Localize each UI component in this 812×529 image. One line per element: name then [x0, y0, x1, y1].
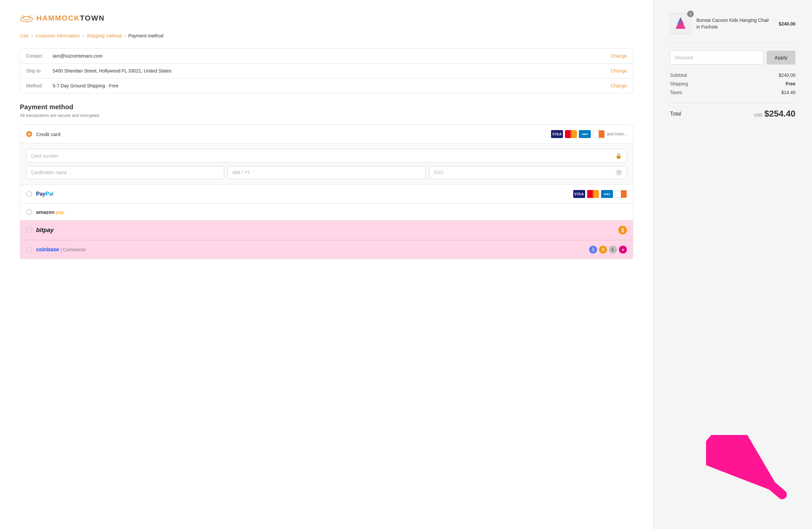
discount-input[interactable]	[670, 50, 763, 64]
svg-point-0	[20, 17, 32, 22]
eth-icon: Ξ	[589, 246, 597, 253]
method-label: Method	[26, 83, 53, 88]
bitpay-btc-icon: ₿	[618, 226, 627, 234]
radio-amazon[interactable]	[26, 209, 32, 215]
shipping-value: Free	[785, 81, 795, 86]
radio-coinbase[interactable]	[26, 247, 32, 253]
payment-option-bitpay[interactable]: bitpay ₿	[20, 220, 633, 240]
cvv-help-icon[interactable]: ?	[616, 170, 622, 175]
btc-icon: ₿	[599, 246, 607, 253]
coinbase-crypto-icons: Ξ ₿ Ł ●	[589, 246, 627, 253]
right-panel: 1 Bonsai Cacoon Kids Hanging Chair in Fu…	[653, 0, 812, 529]
shipto-value: 5400 Sheridan Street, Hollywood FL 33021…	[53, 68, 611, 73]
payment-option-creditcard[interactable]: Credit card VISA AMEX and more...	[20, 125, 633, 144]
total-amount: $254.40	[764, 108, 795, 119]
mastercard-logo	[565, 130, 577, 138]
dot-icon: ●	[619, 246, 627, 253]
payment-option-amazon[interactable]: amazon pay	[20, 204, 633, 220]
taxes-row: Taxes $14.40	[670, 90, 795, 95]
amex-logo: AMEX	[579, 130, 591, 138]
svg-marker-6	[681, 17, 684, 24]
cardholder-row	[26, 166, 224, 179]
paypal-visa: VISA	[573, 190, 585, 198]
paypal-label: PayPal	[36, 191, 569, 197]
payment-options: Credit card VISA AMEX and more... 🔒	[20, 124, 633, 259]
info-box: Contact iam@luizcentenaro.com Change Shi…	[20, 48, 633, 93]
contact-change[interactable]: Change	[611, 53, 627, 59]
creditcard-label: Credit card	[36, 131, 547, 137]
product-image	[670, 13, 691, 34]
breadcrumb: Cart › Customer information › Shipping m…	[20, 33, 633, 39]
method-value: 5-7 Day Ground Shipping · Free	[53, 83, 611, 88]
logo-text: HAMMOCKTOWN	[37, 14, 105, 23]
discount-row: Apply	[670, 50, 795, 64]
card-number-input[interactable]	[31, 153, 613, 159]
arrow-svg	[706, 435, 799, 508]
total-row: Total USD $254.40	[670, 103, 795, 119]
coinbase-label: coinbase | Commerce	[36, 247, 585, 253]
svg-line-3	[30, 15, 30, 17]
breadcrumb-cart[interactable]: Cart	[20, 33, 28, 39]
subtotal-row: Subtotal $240.00	[670, 73, 795, 78]
total-currency: USD	[754, 113, 762, 118]
total-right: USD $254.40	[754, 108, 795, 119]
product-img-wrap: 1	[670, 13, 691, 34]
contact-label: Contact	[26, 53, 53, 59]
product-price: $240.00	[779, 21, 795, 27]
radio-paypal[interactable]	[26, 191, 32, 197]
svg-line-2	[23, 15, 23, 17]
breadcrumb-shipping[interactable]: Shipping method	[87, 33, 121, 39]
shipto-label: Ship to	[26, 68, 53, 73]
svg-line-8	[716, 438, 782, 495]
info-row-shipto: Ship to 5400 Sheridan Street, Hollywood …	[20, 63, 633, 78]
shipto-change[interactable]: Change	[611, 68, 627, 73]
product-badge: 1	[687, 11, 694, 17]
paypal-discover	[615, 190, 627, 198]
product-name: Bonsai Cacoon Kids Hanging Chair in Fuch…	[696, 17, 773, 30]
lock-icon: 🔒	[615, 152, 622, 159]
logo-icon	[20, 13, 33, 23]
cvv-input[interactable]	[434, 170, 614, 175]
discover-logo	[593, 130, 605, 138]
bitpay-label: bitpay	[36, 227, 614, 234]
paypal-mc	[587, 190, 599, 198]
product-row: 1 Bonsai Cacoon Kids Hanging Chair in Fu…	[670, 13, 795, 43]
card-number-row: 🔒	[26, 149, 627, 163]
svg-point-1	[23, 17, 30, 20]
breadcrumb-customer-info[interactable]: Customer information	[35, 33, 80, 39]
radio-creditcard[interactable]	[26, 131, 32, 137]
method-change[interactable]: Change	[611, 83, 627, 88]
breadcrumb-current: Payment method	[128, 33, 163, 39]
logo: HAMMOCKTOWN	[20, 13, 633, 23]
apply-button[interactable]: Apply	[767, 50, 795, 64]
paypal-card-logos: VISA AMEX	[573, 190, 627, 198]
payment-option-coinbase[interactable]: coinbase | Commerce Ξ ₿ Ł ●	[20, 240, 633, 259]
cvv-row: ?	[429, 166, 627, 179]
expiry-input[interactable]	[232, 170, 421, 175]
info-row-contact: Contact iam@luizcentenaro.com Change	[20, 49, 633, 63]
and-more-label: and more...	[607, 132, 627, 136]
info-row-method: Method 5-7 Day Ground Shipping · Free Ch…	[20, 78, 633, 93]
visa-logo: VISA	[551, 130, 563, 138]
card-logos: VISA AMEX and more...	[551, 130, 627, 138]
contact-value: iam@luizcentenaro.com	[53, 53, 611, 59]
left-panel: HAMMOCKTOWN Cart › Customer information …	[0, 0, 653, 529]
arrow-annotation	[706, 435, 799, 509]
separator-3: ›	[124, 33, 126, 39]
subtotal-value: $240.00	[779, 73, 795, 78]
expiry-row	[228, 166, 425, 179]
credit-card-form: 🔒 ?	[20, 144, 633, 185]
shipping-label: Shipping	[670, 81, 688, 86]
subtotal-label: Subtotal	[670, 73, 687, 78]
shipping-row: Shipping Free	[670, 81, 795, 86]
paypal-amex: AMEX	[601, 190, 613, 198]
svg-marker-5	[677, 17, 681, 24]
separator-1: ›	[31, 33, 33, 39]
total-label: Total	[670, 111, 681, 117]
payment-option-paypal[interactable]: PayPal VISA AMEX	[20, 185, 633, 204]
cardholder-input[interactable]	[31, 170, 219, 175]
amazon-label: amazon pay	[36, 209, 627, 215]
radio-bitpay[interactable]	[26, 227, 32, 233]
ltc-icon: Ł	[609, 246, 617, 253]
taxes-value: $14.40	[781, 90, 795, 95]
